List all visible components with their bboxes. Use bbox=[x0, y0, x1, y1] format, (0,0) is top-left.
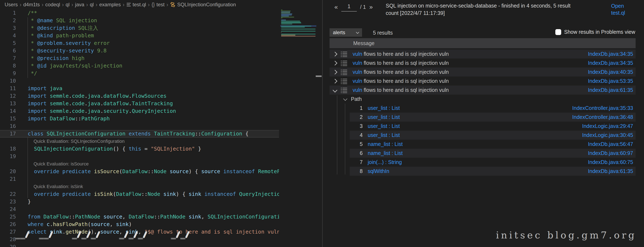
code-line-16[interactable]: 16 bbox=[0, 122, 279, 130]
file-location-link[interactable]: IndexDb.java:34:35 bbox=[588, 51, 633, 57]
breadcrumb-item-test.ql[interactable]: test.ql bbox=[126, 2, 146, 8]
path-section-header[interactable]: Path bbox=[330, 94, 636, 104]
page-number-input[interactable] bbox=[341, 3, 357, 12]
file-location-link[interactable]: IndexDb.java:40:35 bbox=[588, 69, 633, 75]
code-line-4[interactable]: 4 * @kind path-problem bbox=[0, 32, 279, 40]
path-step-row[interactable]: 3user_list : ListIndexLogic.java:29:47 bbox=[350, 122, 636, 131]
breadcrumb-item-users[interactable]: Users bbox=[4, 2, 18, 8]
code-line-21[interactable]: 21 bbox=[0, 175, 279, 183]
code-line-12[interactable]: 12import semmle.code.java.dataflow.FlowS… bbox=[0, 92, 279, 100]
step-location-link[interactable]: IndexDb.java:60:97 bbox=[588, 150, 633, 156]
chevron-right-icon[interactable] bbox=[332, 62, 338, 65]
step-text[interactable]: user_list : List bbox=[368, 123, 400, 129]
path-step-row[interactable]: 2user_list : ListIndexController.java:36… bbox=[350, 112, 636, 122]
breadcrumb-separator: › bbox=[20, 2, 22, 8]
chevron-right-icon[interactable] bbox=[332, 52, 338, 56]
breadcrumb-item-ql[interactable]: ql bbox=[66, 2, 70, 8]
minimap[interactable] bbox=[280, 9, 316, 247]
step-location-link[interactable]: IndexDb.java:56:47 bbox=[588, 141, 633, 147]
code-line-2[interactable]: 2 * @name SQL injection bbox=[0, 17, 279, 24]
code-area[interactable]: 1/**2 * @name SQL injection3 * @descript… bbox=[0, 9, 279, 247]
code-line-23[interactable]: 23} bbox=[0, 198, 279, 206]
code-line-6[interactable]: 6 * @security-severity 9.8 bbox=[0, 47, 279, 54]
code-line-28[interactable]: 28 bbox=[0, 236, 279, 243]
breadcrumb-item-codeql[interactable]: codeql bbox=[45, 2, 60, 8]
breadcrumb-item-test[interactable]: {}test bbox=[152, 2, 164, 8]
step-text[interactable]: sqlWithIn bbox=[368, 168, 389, 174]
breadcrumb[interactable]: Users›d4m1ts›codeql›ql›java›ql›examples›… bbox=[4, 0, 236, 9]
alert-row[interactable]: vuln flows to here and is sql injection … bbox=[330, 76, 636, 86]
code-line-1[interactable]: 1/** bbox=[0, 9, 279, 17]
step-text[interactable]: user_list : List bbox=[368, 132, 400, 138]
code-editor-pane: Users›d4m1ts›codeql›ql›java›ql›examples›… bbox=[0, 0, 322, 247]
step-text[interactable]: user_list : List bbox=[368, 105, 400, 111]
code-line-27[interactable]: 27select sink.getNode(), source, sink, "… bbox=[0, 228, 279, 236]
code-text: /** bbox=[28, 9, 37, 17]
step-number: 7 bbox=[350, 159, 363, 165]
alert-message: vuln flows to here and is sql injection … bbox=[352, 69, 449, 75]
code-line-13[interactable]: 13import semmle.code.java.dataflow.Taint… bbox=[0, 100, 279, 107]
path-step-row[interactable]: 8sqlWithInIndexDb.java:61:35 bbox=[350, 167, 636, 176]
path-step-row[interactable]: 7join(...) : StringIndexDb.java:60:75 bbox=[350, 158, 636, 167]
chevron-right-icon[interactable] bbox=[332, 70, 338, 74]
code-line-9[interactable]: 9 */ bbox=[0, 70, 279, 77]
breadcrumb-item-sqlinjectionconfiguration[interactable]: SQLInjectionConfiguration bbox=[170, 2, 236, 8]
code-line-19[interactable]: 19 bbox=[0, 153, 279, 160]
path-step-row[interactable]: 5name_list : ListIndexDb.java:56:47 bbox=[350, 140, 636, 149]
path-step-row[interactable]: 1user_list : ListIndexController.java:35… bbox=[350, 104, 636, 112]
alert-row[interactable]: vuln flows to here and is sql injection … bbox=[330, 50, 636, 58]
breadcrumb-item-examples[interactable]: examples bbox=[99, 2, 121, 8]
path-step-row[interactable]: 4user_list : ListIndexLogic.java:30:45 bbox=[350, 131, 636, 140]
path-step-row[interactable]: 6name_list : ListIndexDb.java:60:97 bbox=[350, 149, 636, 158]
code-line-10[interactable]: 10 bbox=[0, 77, 279, 85]
file-location-link[interactable]: IndexDb.java:53:35 bbox=[588, 78, 633, 84]
step-text[interactable]: name_list : List bbox=[368, 150, 403, 156]
code-line-15[interactable]: 15import DataFlow::PathGraph bbox=[0, 115, 279, 122]
code-line-18[interactable]: 18 SQLInjectionConfiguration() { this = … bbox=[0, 145, 279, 153]
step-location-link[interactable]: IndexLogic.java:29:47 bbox=[582, 123, 633, 129]
step-location-link[interactable]: IndexController.java:35:33 bbox=[572, 105, 633, 111]
problems-view-checkbox[interactable] bbox=[555, 29, 561, 35]
code-line-22[interactable]: 22 override predicate isSink(DataFlow::N… bbox=[0, 190, 279, 198]
breadcrumb-item-java[interactable]: java bbox=[75, 2, 84, 8]
file-location-link[interactable]: IndexDb.java:34:35 bbox=[588, 60, 633, 66]
code-line-5[interactable]: 5 * @problem.severity error bbox=[0, 40, 279, 47]
code-line-8[interactable]: 8 * @id java/test/sql-injection bbox=[0, 62, 279, 70]
step-location-link[interactable]: IndexDb.java:60:75 bbox=[588, 159, 633, 165]
last-page-button[interactable]: » bbox=[369, 3, 373, 10]
alert-row[interactable]: vuln flows to here and is sql injection … bbox=[330, 68, 636, 76]
breadcrumb-label: test.ql bbox=[133, 2, 146, 8]
open-query-link[interactable]: Open test.ql bbox=[611, 2, 636, 16]
code-line-17[interactable]: 17class SQLInjectionConfiguration extend… bbox=[0, 130, 279, 138]
problems-view-toggle[interactable]: Show results in Problems view bbox=[555, 29, 635, 35]
breadcrumb-item-d4m1ts[interactable]: d4m1ts bbox=[23, 2, 40, 8]
code-line-3[interactable]: 3 * @description SQL注入 bbox=[0, 24, 279, 32]
quick-evaluation-lens[interactable]: Quick Evaluation: isSink bbox=[0, 183, 279, 190]
code-line-24[interactable]: 24 bbox=[0, 206, 279, 213]
scrollbar-thumb[interactable] bbox=[316, 76, 322, 77]
step-text[interactable]: name_list : List bbox=[368, 141, 403, 147]
step-location-link[interactable]: IndexLogic.java:30:45 bbox=[582, 132, 633, 138]
step-text[interactable]: user_list : List bbox=[368, 114, 400, 120]
code-line-20[interactable]: 20 override predicate isSource(DataFlow:… bbox=[0, 168, 279, 175]
code-line-7[interactable]: 7 * @precision high bbox=[0, 54, 279, 62]
chevron-down-icon[interactable] bbox=[332, 88, 338, 92]
code-line-29[interactable]: 29 bbox=[0, 243, 279, 247]
breadcrumb-item-ql[interactable]: ql bbox=[90, 2, 94, 8]
chevron-right-icon[interactable] bbox=[332, 80, 338, 83]
alert-row[interactable]: vuln flows to here and is sql injection … bbox=[330, 86, 636, 94]
code-text: * @id java/test/sql-injection bbox=[28, 62, 122, 70]
step-location-link[interactable]: IndexDb.java:61:35 bbox=[588, 168, 633, 174]
file-location-link[interactable]: IndexDb.java:61:35 bbox=[588, 87, 633, 93]
results-view-select[interactable]: alerts bbox=[330, 28, 362, 37]
first-page-button[interactable]: « bbox=[334, 3, 338, 10]
quick-evaluation-lens[interactable]: Quick Evaluation: isSource bbox=[0, 160, 279, 168]
code-line-14[interactable]: 14import semmle.code.java.security.Query… bbox=[0, 107, 279, 115]
step-text[interactable]: join(...) : String bbox=[368, 159, 402, 165]
code-line-26[interactable]: 26where c.hasFlowPath(source, sink) bbox=[0, 220, 279, 228]
code-line-11[interactable]: 11import java bbox=[0, 85, 279, 92]
step-location-link[interactable]: IndexController.java:36:48 bbox=[572, 114, 633, 120]
code-line-25[interactable]: 25from DataFlow::PathNode source, DataFl… bbox=[0, 213, 279, 220]
quick-evaluation-lens[interactable]: Quick Evaluation: SQLInjectionConfigurat… bbox=[0, 138, 279, 145]
alert-row[interactable]: vuln flows to here and is sql injection … bbox=[330, 58, 636, 68]
